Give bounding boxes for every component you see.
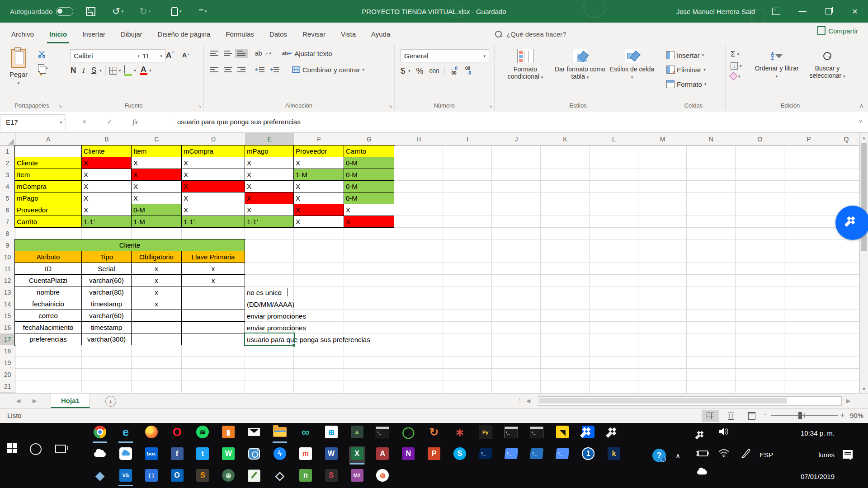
- row-header-10[interactable]: 10: [0, 251, 15, 263]
- page-break-view-button[interactable]: [743, 410, 760, 422]
- matrix-cell[interactable]: X: [294, 181, 344, 192]
- decrease-indent-button[interactable]: [253, 65, 267, 74]
- taskbar-icon-tresorit[interactable]: [606, 425, 622, 443]
- clock-time[interactable]: 10:34 p. m.: [762, 429, 835, 437]
- column-header-D[interactable]: D: [182, 133, 245, 146]
- tray-expand-button[interactable]: ∧: [675, 452, 680, 460]
- column-header-Q[interactable]: Q: [833, 133, 860, 146]
- matrix-cell[interactable]: X: [344, 216, 394, 228]
- align-bottom-button[interactable]: [235, 49, 248, 58]
- row-header-20[interactable]: 20: [0, 369, 15, 381]
- customize-qat-button[interactable]: ▾: [199, 0, 207, 23]
- cell-styles-button[interactable]: Estilos de celda ▾: [608, 49, 656, 81]
- row-header-14[interactable]: 14: [0, 298, 15, 310]
- vertical-scrollbar[interactable]: ▴ ▾: [859, 133, 868, 393]
- tab-vista[interactable]: Vista: [333, 23, 363, 45]
- attribute-cell[interactable]: varchar(80): [82, 286, 132, 298]
- wifi-tray-icon[interactable]: [718, 448, 730, 457]
- number-format-select[interactable]: General▾: [401, 49, 489, 62]
- matrix-cell[interactable]: 1-1': [245, 216, 294, 228]
- row-header-17[interactable]: 17: [0, 333, 16, 346]
- delete-cells-button[interactable]: × Eliminar▾: [666, 64, 706, 75]
- thousands-button[interactable]: 000: [429, 68, 439, 75]
- attribute-cell[interactable]: fechaNacimiento: [15, 322, 82, 333]
- find-select-button[interactable]: Buscar y seleccionar ▾: [803, 49, 852, 80]
- matrix-cell[interactable]: X: [82, 192, 132, 204]
- attribute-cell[interactable]: CuentaPlatzi: [15, 275, 82, 286]
- matrix-cell[interactable]: X: [245, 204, 294, 216]
- note-cell-E14[interactable]: (DD/MM/AAAA): [247, 298, 294, 310]
- autosum-button[interactable]: Σ▾: [731, 50, 742, 59]
- attribute-cell[interactable]: [182, 322, 245, 333]
- taskbar-icon-powershell-ise-x86[interactable]: [554, 446, 571, 465]
- taskbar-icon-firefox[interactable]: [143, 425, 160, 443]
- increase-indent-button[interactable]: [268, 65, 281, 74]
- taskbar-icon-messenger[interactable]: ϟ: [272, 446, 288, 465]
- matrix-row-label-Proveedor[interactable]: Proveedor: [15, 204, 82, 216]
- taskbar-icon-ubuntu-app[interactable]: ⊚: [374, 468, 391, 486]
- taskbar-icon-file-explorer[interactable]: [272, 425, 288, 443]
- matrix-cell[interactable]: X: [82, 157, 132, 169]
- row-header-13[interactable]: 13: [0, 286, 15, 299]
- align-middle-button[interactable]: [222, 49, 234, 58]
- attribute-cell[interactable]: x: [182, 275, 245, 286]
- taskbar-icon-chrome[interactable]: [92, 425, 108, 443]
- redo-button[interactable]: ↻▾: [139, 0, 151, 23]
- copy-button[interactable]: ▾: [38, 64, 48, 72]
- underline-dropdown[interactable]: ▾: [99, 68, 102, 73]
- attribute-cell[interactable]: [182, 310, 245, 322]
- clear-button[interactable]: ▾: [731, 73, 742, 79]
- matrix-cell[interactable]: X: [82, 169, 132, 181]
- attribute-cell[interactable]: x: [132, 275, 182, 286]
- tab-inicio[interactable]: Inicio: [42, 23, 75, 45]
- paste-button[interactable]: Pegar ▾: [5, 49, 32, 86]
- taskbar-icon-cloud-app[interactable]: [118, 446, 134, 465]
- matrix-cell[interactable]: X: [294, 204, 344, 216]
- namebox-splitter[interactable]: ⁞: [63, 117, 65, 124]
- alignment-dialog-launcher[interactable]: ↘: [389, 103, 392, 108]
- fill-button[interactable]: ↓▾: [731, 62, 742, 70]
- zoom-level[interactable]: 90%: [850, 412, 863, 419]
- row-header-1[interactable]: 1: [0, 145, 15, 158]
- tab-f-rmulas[interactable]: Fórmulas: [218, 23, 262, 45]
- matrix-cell[interactable]: 0-M: [344, 181, 394, 192]
- decrease-decimal-button[interactable]: 00→0: [464, 66, 472, 75]
- column-header-A[interactable]: A: [15, 133, 82, 146]
- format-as-table-button[interactable]: Dar formato como tabla ▾: [554, 49, 606, 81]
- matrix-row-label-Carrito[interactable]: Carrito: [15, 216, 82, 228]
- font-dialog-launcher[interactable]: ↘: [198, 103, 202, 108]
- pen-tray-icon[interactable]: [741, 448, 751, 459]
- taskbar-icon-access[interactable]: A: [374, 446, 391, 465]
- matrix-cell[interactable]: X: [245, 181, 294, 192]
- note-cell-E15[interactable]: enviar promociones: [247, 310, 306, 322]
- attribute-cell[interactable]: [182, 333, 245, 345]
- matrix-cell[interactable]: X: [294, 216, 344, 228]
- taskbar-icon-tree-app[interactable]: ▲: [349, 425, 365, 443]
- matrix-header-Cliente[interactable]: Cliente: [82, 145, 132, 157]
- matrix-cell[interactable]: X: [132, 181, 182, 192]
- start-button[interactable]: [7, 443, 17, 453]
- taskbar-icon-key-app[interactable]: k: [606, 446, 622, 465]
- matrix-cell[interactable]: X: [132, 157, 182, 169]
- currency-dropdown[interactable]: ▾: [408, 69, 410, 73]
- align-right-button[interactable]: [235, 65, 248, 74]
- orientation-button[interactable]: ab→: [255, 50, 269, 57]
- taskbar-icon-sync-app[interactable]: ↻: [426, 425, 442, 443]
- column-header-B[interactable]: B: [82, 133, 132, 146]
- matrix-cell[interactable]: 0-M: [344, 169, 394, 181]
- matrix-header-Proveedor[interactable]: Proveedor: [294, 145, 344, 157]
- close-button[interactable]: ×: [842, 0, 868, 23]
- taskbar-icon-edge[interactable]: e: [118, 425, 134, 443]
- matrix-cell[interactable]: 0-M: [132, 204, 182, 216]
- tab-ayuda[interactable]: Ayuda: [363, 23, 398, 45]
- taskbar-icon-powershell-x86[interactable]: [528, 446, 545, 465]
- taskbar-icon-outlook[interactable]: O: [169, 468, 185, 486]
- column-header-I[interactable]: I: [443, 133, 492, 146]
- confirm-entry-button[interactable]: ✓: [102, 114, 118, 129]
- taskbar-icon-instagram[interactable]: [246, 446, 262, 465]
- taskbar-icon-microsoft-store[interactable]: ⊞: [323, 425, 340, 443]
- wrap-text-button[interactable]: ab↵ Ajustar texto: [282, 50, 332, 57]
- attribute-cell[interactable]: x: [132, 298, 182, 310]
- merge-center-button[interactable]: Combinar y centrar ▾: [292, 66, 364, 74]
- attribute-cell[interactable]: nombre: [15, 286, 82, 298]
